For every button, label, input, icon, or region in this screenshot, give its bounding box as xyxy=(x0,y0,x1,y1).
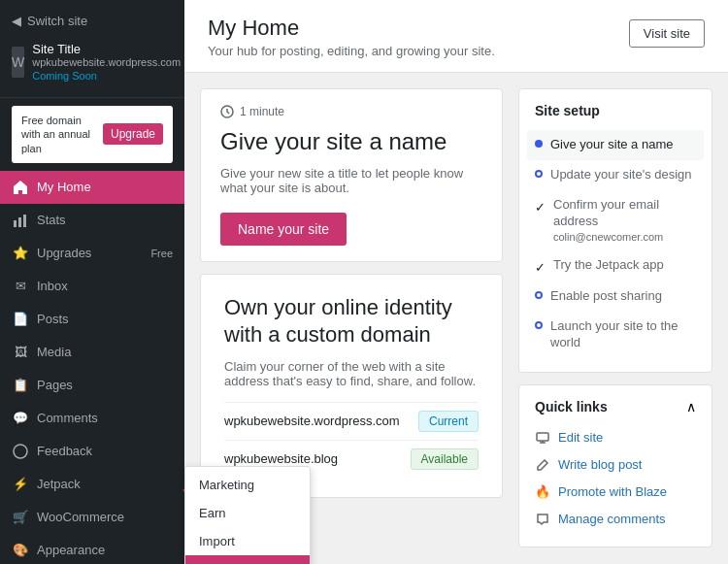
stats-icon xyxy=(12,212,29,229)
tools-submenu: Marketing Earn Import Export xyxy=(184,466,311,564)
chevron-left-icon: ◀ xyxy=(12,14,21,28)
sidebar-item-inbox[interactable]: ✉ Inbox xyxy=(0,270,184,303)
site-info: W Site Title wpkubewebsite.wordpress.com… xyxy=(12,36,173,87)
inbox-icon: ✉ xyxy=(12,278,29,295)
site-setup-title: Site setup xyxy=(535,103,696,118)
setup-card-title: Give your site a name xyxy=(220,128,482,156)
site-setup-card: Site setup Give your site a name Update … xyxy=(518,88,712,373)
switch-site-label: Switch site xyxy=(27,14,87,28)
setup-item-email-text: Confirm your email address colin@cnewcom… xyxy=(553,197,696,244)
name-site-button[interactable]: Name your site xyxy=(220,213,347,246)
chevron-up-icon: ∧ xyxy=(686,399,696,415)
sidebar-item-label: Comments xyxy=(37,411,98,425)
setup-item-design[interactable]: Update your site's design xyxy=(535,160,696,190)
upgrade-banner: Free domain with an annual plan Upgrade xyxy=(12,106,173,163)
sidebar-item-label: Jetpack xyxy=(37,477,81,491)
site-title-text: Site Title xyxy=(32,42,181,56)
domain-card-title: Own your online identity with a custom d… xyxy=(224,294,479,349)
quick-link-label: Edit site xyxy=(558,430,603,445)
quick-link-label: Write blog post xyxy=(558,457,642,472)
sidebar-item-stats[interactable]: Stats xyxy=(0,204,184,237)
upgrades-badge: Free xyxy=(150,248,173,259)
setup-time-label: 1 minute xyxy=(240,105,284,118)
sidebar-item-appearance[interactable]: 🎨 Appearance xyxy=(0,534,184,564)
svg-rect-0 xyxy=(14,220,17,227)
setup-item-email[interactable]: ✓ Confirm your email address colin@cnewc… xyxy=(535,190,696,250)
submenu-item-export[interactable]: Export xyxy=(185,555,310,564)
setup-dot-empty xyxy=(535,170,543,178)
quick-links-title: Quick links xyxy=(535,399,608,415)
sidebar-item-posts[interactable]: 📄 Posts xyxy=(0,303,184,336)
setup-item-launch[interactable]: Launch your site to the world xyxy=(535,312,696,358)
main-header: My Home Your hub for posting, editing, a… xyxy=(184,0,728,73)
sidebar-item-pages[interactable]: 📋 Pages xyxy=(0,369,184,402)
svg-rect-1 xyxy=(18,217,21,227)
sidebar-item-label: Stats xyxy=(37,213,66,227)
visit-site-button[interactable]: Visit site xyxy=(629,19,705,48)
setup-item-label: Enable post sharing xyxy=(550,288,662,305)
media-icon: 🖼 xyxy=(12,344,29,361)
sidebar: ◀ Switch site W Site Title wpkubewebsite… xyxy=(0,0,184,564)
setup-time: 1 minute xyxy=(220,105,482,118)
check-icon-2: ✓ xyxy=(535,260,546,275)
quick-links-header: Quick links ∧ xyxy=(535,399,696,415)
sidebar-item-feedback[interactable]: Feedback xyxy=(0,435,184,468)
appearance-icon: 🎨 xyxy=(12,542,29,559)
sidebar-item-jetpack[interactable]: ⚡ Jetpack xyxy=(0,468,184,501)
domain-card-description: Claim your corner of the web with a site… xyxy=(224,359,479,388)
page-title: My Home xyxy=(208,16,495,41)
comment-icon xyxy=(535,512,550,527)
sidebar-item-upgrades[interactable]: ⭐ Upgrades Free xyxy=(0,237,184,270)
setup-item-label: Launch your site to the world xyxy=(550,318,696,351)
svg-rect-2 xyxy=(23,215,26,227)
sidebar-header: ◀ Switch site W Site Title wpkubewebsite… xyxy=(0,0,184,98)
edit-icon xyxy=(535,457,550,473)
domain-row-1: wpkubewebsite.wordpress.com Current xyxy=(224,402,479,440)
home-icon xyxy=(12,179,29,196)
header-text-group: My Home Your hub for posting, editing, a… xyxy=(208,16,495,58)
upgrade-text: Free domain with an annual plan xyxy=(21,114,103,155)
coming-soon-badge: Coming Soon xyxy=(32,70,181,82)
setup-card: 1 minute Give your site a name Give your… xyxy=(200,88,503,262)
sidebar-item-label: Media xyxy=(37,345,71,359)
setup-dot-empty-2 xyxy=(535,291,543,299)
quick-link-blaze[interactable]: 🔥 Promote with Blaze xyxy=(535,479,696,506)
check-icon: ✓ xyxy=(535,200,546,215)
domain-badge-current: Current xyxy=(418,411,479,432)
sidebar-item-my-home[interactable]: My Home xyxy=(0,171,184,204)
setup-item-jetpack[interactable]: ✓ Try the Jetpack app xyxy=(535,250,696,282)
sidebar-item-comments[interactable]: 💬 Comments xyxy=(0,402,184,435)
site-details: Site Title wpkubewebsite.wordpress.com C… xyxy=(32,42,181,82)
quick-link-write-post[interactable]: Write blog post xyxy=(535,451,696,479)
woocommerce-icon: 🛒 xyxy=(12,509,29,526)
setup-item-label: Confirm your email address xyxy=(553,197,659,228)
sidebar-item-label: My Home xyxy=(37,180,91,194)
upgrade-button[interactable]: Upgrade xyxy=(103,123,163,145)
submenu-item-import[interactable]: Import xyxy=(185,527,310,555)
switch-site-button[interactable]: ◀ Switch site xyxy=(12,10,173,36)
pages-icon: 📋 xyxy=(12,377,29,394)
domain-name-2: wpkubewebsite.blog xyxy=(224,451,338,466)
setup-item-label: Try the Jetpack app xyxy=(553,257,664,274)
sidebar-item-label: Pages xyxy=(37,378,73,392)
setup-item-label: Give your site a name xyxy=(550,137,673,153)
sidebar-item-label: Upgrades xyxy=(37,246,91,260)
sidebar-item-media[interactable]: 🖼 Media xyxy=(0,336,184,369)
page-subtitle: Your hub for posting, editing, and growi… xyxy=(208,44,495,58)
comments-icon: 💬 xyxy=(12,410,29,427)
submenu-item-marketing[interactable]: Marketing xyxy=(185,471,310,499)
setup-item-label: Update your site's design xyxy=(550,167,692,183)
sidebar-item-label: Posts xyxy=(37,312,69,326)
domain-name-1: wpkubewebsite.wordpress.com xyxy=(224,414,400,428)
setup-item-sharing[interactable]: Enable post sharing xyxy=(535,282,696,312)
setup-card-description: Give your new site a title to let people… xyxy=(220,166,482,195)
sidebar-item-woocommerce[interactable]: 🛒 WooCommerce xyxy=(0,501,184,534)
submenu-item-earn[interactable]: Earn xyxy=(185,499,310,527)
quick-link-edit-site[interactable]: Edit site xyxy=(535,424,696,451)
sidebar-item-label: Feedback xyxy=(37,444,92,458)
sidebar-nav: My Home Stats ⭐ Upgrades Free ✉ Inbox 📄 … xyxy=(0,171,184,564)
monitor-icon xyxy=(535,430,550,446)
domain-badge-available: Available xyxy=(411,448,479,470)
setup-item-name[interactable]: Give your site a name xyxy=(527,130,704,160)
quick-link-comments[interactable]: Manage comments xyxy=(535,506,696,533)
